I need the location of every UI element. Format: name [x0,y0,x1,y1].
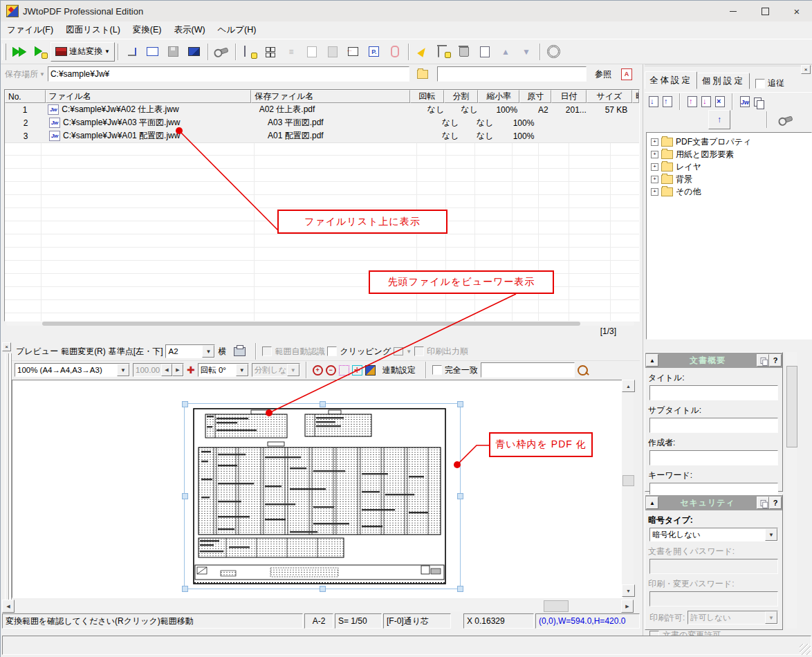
move-down-button[interactable]: ▼ [516,43,537,61]
column-header-split[interactable]: 分割 [444,90,478,103]
copy-button[interactable] [757,354,769,367]
expand-icon[interactable]: + [651,163,658,171]
menu-file[interactable]: ファイル(F) [1,21,59,39]
jw-settings-icon[interactable]: Jw [740,96,750,107]
fit-view-icon[interactable]: ✛ [352,365,362,376]
collapse-button[interactable]: ▲ [646,497,658,509]
import-settings-icon[interactable]: ↓ [649,96,658,107]
preview-close-button[interactable]: × [2,342,11,351]
folder-browse-button[interactable] [412,65,433,83]
search-icon[interactable] [578,365,588,376]
exit-list-button[interactable] [122,43,142,61]
print-order-checkbox[interactable] [414,346,424,356]
scroll-down-button[interactable]: ▼ [622,584,635,597]
tree-item-layers[interactable]: + レイヤ [647,160,811,173]
collapse-button[interactable]: ▲ [646,354,658,367]
delete-button[interactable] [454,43,474,61]
dock-grip[interactable] [5,353,9,609]
go-up-button[interactable]: ↑ [708,110,730,129]
convert-selected-button[interactable] [30,43,50,61]
frame-handle[interactable] [457,493,463,499]
column-header-encrypt[interactable]: 暗号化 [632,90,639,103]
paper-size-combo[interactable]: A2▼ [165,344,215,358]
zoom-combo[interactable]: 100% (A4→A4,A3→A3)▼ [15,363,130,377]
reset-settings-icon[interactable]: × [715,96,725,107]
subtitle-field[interactable] [649,418,778,433]
column-header-rotate[interactable]: 回転 [410,90,444,103]
print-permission-combo[interactable]: 許可しない▼ [688,611,778,624]
options-button[interactable] [544,43,564,61]
frame-handle[interactable] [320,401,326,407]
frame-handle[interactable] [457,586,463,592]
apply-settings-icon[interactable]: ↓ [701,96,711,107]
minimize-button[interactable] [717,1,749,21]
column-header-paper[interactable]: 原寸 [519,90,551,103]
exact-match-checkbox[interactable] [432,365,442,375]
spin-left-icon[interactable]: ◀ [161,364,172,376]
scroll-right-button[interactable]: ▶ [621,600,634,613]
column-header-file[interactable]: ファイル名 [46,90,252,103]
tab-individual-settings[interactable]: 個別設定 [697,73,750,89]
print-button[interactable] [229,342,250,360]
follow-checkbox[interactable] [755,79,765,89]
clipping-checkbox[interactable] [327,346,337,356]
copy-button[interactable] [757,497,769,509]
conversion-frame[interactable] [184,403,461,589]
column-header-scale[interactable]: 縮小率 [478,90,519,103]
maximize-button[interactable] [749,1,781,21]
title-field[interactable] [649,385,778,400]
column-header-no[interactable]: No. [5,90,46,103]
scrollbar-thumb[interactable] [42,322,580,326]
auto-recognize-checkbox[interactable] [262,346,272,356]
zoom-in-icon[interactable]: + [313,365,323,376]
export-settings-icon[interactable]: ↑ [663,96,672,107]
viewer-horizontal-scrollbar[interactable]: ◀ ▶ [2,600,634,611]
dropdown-arrow-icon[interactable]: ▼ [765,528,777,541]
expand-icon[interactable]: + [651,176,658,183]
orientation-label[interactable]: 横 [218,346,226,358]
file-row-2[interactable]: 2 JwC:¥sample¥Jw¥A03 平面図.jww A03 平面図.pdf… [5,116,639,130]
attach-button[interactable] [385,43,405,61]
settings-wrench-button[interactable] [212,43,232,61]
open-password-field[interactable] [649,559,778,574]
expand-icon[interactable]: + [651,188,658,196]
column-header-save[interactable]: 保存ファイル名 [251,90,409,103]
scrollbar-thumb[interactable] [786,366,797,447]
frame-handle[interactable] [182,493,188,499]
menu-view[interactable]: 表示(W) [167,21,211,39]
tab-global-settings[interactable]: 全体設定 [645,71,697,89]
scrollbar-thumb[interactable] [622,475,634,486]
save-list-button[interactable] [163,43,184,61]
zoom-out-icon[interactable]: − [326,365,336,376]
tree-item-background[interactable]: + 背景 [647,173,811,185]
linked-convert-button[interactable]: 連結変換 ▼ [50,42,115,62]
new-file-button[interactable] [474,43,495,61]
frame-handle[interactable] [182,401,188,407]
print-password-field[interactable] [649,591,778,607]
tree-item-pdf-props[interactable]: + PDF文書プロパティ [647,136,811,148]
scroll-up-button[interactable]: ▲ [622,380,635,392]
browse-button[interactable]: 参照 [590,65,616,83]
preview-menu[interactable]: プレビュー [16,346,58,358]
dropdown-arrow-icon[interactable]: ▼ [406,349,412,355]
rotation-combo[interactable]: 回転 0°▼ [198,363,249,377]
file-info-button[interactable] [302,43,322,61]
wrench-icon[interactable] [779,115,793,124]
frame-handle[interactable] [320,586,326,592]
list-view-button[interactable]: ≡ [281,43,302,61]
split-combo[interactable]: 分割しない▼ [252,363,300,377]
dropdown-arrow-icon[interactable]: ▼ [117,364,129,376]
column-header-date[interactable]: 日付 [551,90,587,103]
file-row-1[interactable]: 1 JwC:¥sample¥Jw¥A02 仕上表.jww A02 仕上表.pdf… [5,103,639,117]
expand-icon[interactable]: + [651,151,658,158]
convert-all-button[interactable] [9,43,30,61]
pdf-property-button[interactable]: P. [364,43,385,61]
open-list-button[interactable] [142,43,163,61]
menu-drawing-list[interactable]: 図面リスト(L) [59,21,127,39]
expand-icon[interactable]: + [651,138,658,146]
list-horizontal-scrollbar[interactable] [6,322,634,326]
resize-grip[interactable] [800,644,811,655]
thumbnail-view-button[interactable] [260,43,281,61]
settings-scrollbar[interactable] [786,352,797,629]
author-field[interactable] [649,450,778,465]
